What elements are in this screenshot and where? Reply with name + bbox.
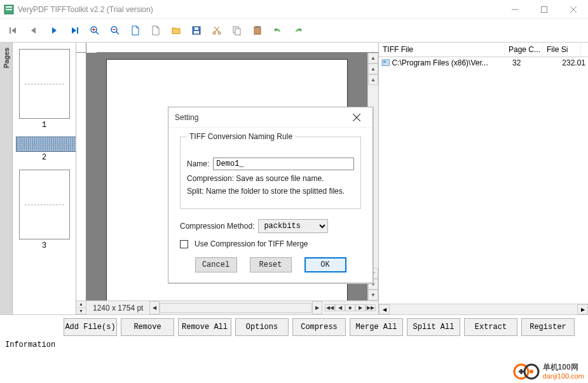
button-row: Add File(s) Remove Remove All Options Co… [0,315,588,339]
app-icon [4,4,14,15]
information-label: Information [0,339,588,351]
nav-prev-icon[interactable]: ◀ [335,304,345,311]
scroll-dn-icon[interactable]: ▼ [368,290,378,300]
dialog-close-icon[interactable] [347,108,366,127]
remove-all-button[interactable]: Remove All [178,318,231,336]
merge-compress-checkbox[interactable] [180,240,188,248]
fieldset-legend: TIFF Conversion Naming Rule [187,132,295,141]
svg-rect-30 [256,26,259,28]
watermark-text2: danji100.com [543,372,584,380]
thumb-1-num: 1 [17,121,72,130]
redo-icon[interactable] [292,25,304,36]
svg-rect-4 [542,6,547,12]
nav-stop-icon[interactable]: ■ [345,304,355,311]
col-file[interactable]: TIFF File [379,43,505,57]
file-list-panel: TIFF File Page C... File Si C:\Program F… [378,43,588,314]
close-button[interactable] [559,0,588,19]
hscroll-right-icon[interactable]: ▶ [312,301,322,314]
split-all-button[interactable]: Split All [407,318,460,336]
cancel-button[interactable]: Cancel [195,257,237,272]
filelist-hscroll[interactable]: ◀▶ [379,304,588,314]
file-size: 232.01 [549,58,585,67]
extract-button[interactable]: Extract [464,318,517,336]
col-pages[interactable]: Page C... [505,43,543,57]
split-hint: Split: Name the folder to store the spli… [187,187,345,196]
file-path: C:\Program Files (x86)\Ver... [392,58,512,67]
merge-all-button[interactable]: Merge All [350,318,403,336]
compress-button[interactable]: Compress [292,318,346,336]
last-icon[interactable] [69,25,80,36]
thumb-3-num: 3 [17,241,72,250]
reset-button[interactable]: Reset [250,257,292,272]
svg-rect-1 [6,6,12,8]
hscroll-left-icon[interactable]: ◀ [149,301,160,314]
thumb-3[interactable] [19,170,70,239]
svg-point-24 [218,32,221,34]
watermark-text1: 单机100网 [543,363,584,372]
svg-marker-10 [52,27,57,34]
svg-marker-11 [72,27,76,34]
svg-line-25 [215,27,219,32]
copy-icon[interactable] [231,25,243,36]
nav-next-icon[interactable]: ▶ [355,304,366,311]
first-icon[interactable] [8,25,19,36]
scroll-up2-icon[interactable]: ▲ [368,64,378,74]
file-icon [381,58,390,67]
window-title: VeryPDF TIFFToolkit v2.2 (Trial version) [18,5,153,14]
merge-compress-label: Use Compression for TIFF Merge [195,239,308,248]
svg-line-18 [116,32,119,34]
ruler-horizontal [97,43,378,53]
thumb-2-num: 2 [17,153,72,162]
nav-first-icon[interactable]: ◀◀ [325,304,335,311]
dialog-title: Setting [175,113,198,122]
remove-button[interactable]: Remove [121,318,174,336]
compression-hint: Compression: Save as source file name. [187,174,324,183]
method-select[interactable]: packbits [258,219,328,233]
svg-rect-21 [194,31,199,34]
ruler-vertical [76,53,86,300]
name-input[interactable] [213,158,354,170]
cut-icon[interactable] [211,25,222,36]
next-icon[interactable] [48,25,60,36]
svg-line-14 [96,32,99,34]
add-files-button[interactable]: Add File(s) [64,318,117,336]
svg-point-23 [213,32,215,34]
thumb-2[interactable] [17,137,76,151]
site-watermark: 单机100网 danji100.com [512,363,584,380]
open2-icon[interactable] [170,25,182,36]
open-icon[interactable] [150,25,161,36]
zoom-out-icon[interactable] [109,25,121,36]
col-size[interactable]: File Si [543,43,581,57]
nav-last-icon[interactable]: ▶▶ [366,304,376,311]
ok-button[interactable]: OK [304,257,346,272]
paste-icon[interactable] [252,25,263,36]
svg-rect-32 [383,61,386,63]
file-list-header[interactable]: TIFF File Page C... File Si [379,43,588,57]
svg-line-26 [214,27,219,32]
thumb-1[interactable] [19,49,70,119]
file-pages: 32 [512,58,549,67]
pages-tab[interactable]: Pages [0,43,13,314]
toolbar [0,19,588,42]
minimize-button[interactable] [500,0,530,19]
save-icon[interactable] [191,25,202,36]
scroll-up3-icon[interactable]: ▲ [368,74,378,85]
hscroll[interactable] [160,303,312,313]
options-button[interactable]: Options [235,318,289,336]
file-row[interactable]: C:\Program Files (x86)\Ver... 32 232.01 [379,57,588,69]
svg-marker-8 [11,27,16,34]
svg-rect-7 [10,27,11,34]
maximize-button[interactable] [530,0,559,19]
zoom-in-icon[interactable] [89,25,100,36]
scroll-up-icon[interactable]: ▲ [368,53,378,64]
undo-icon[interactable] [272,25,284,36]
svg-point-37 [530,370,533,373]
method-label: Compression Method: [180,222,254,231]
svg-rect-28 [235,29,240,35]
new-doc-icon[interactable] [130,25,141,36]
watermark-logo-icon [512,363,540,380]
thumbnail-panel[interactable]: 1 2 3 [13,43,76,314]
prev-icon[interactable] [28,25,39,36]
svg-rect-12 [77,27,78,34]
register-button[interactable]: Register [521,318,575,336]
